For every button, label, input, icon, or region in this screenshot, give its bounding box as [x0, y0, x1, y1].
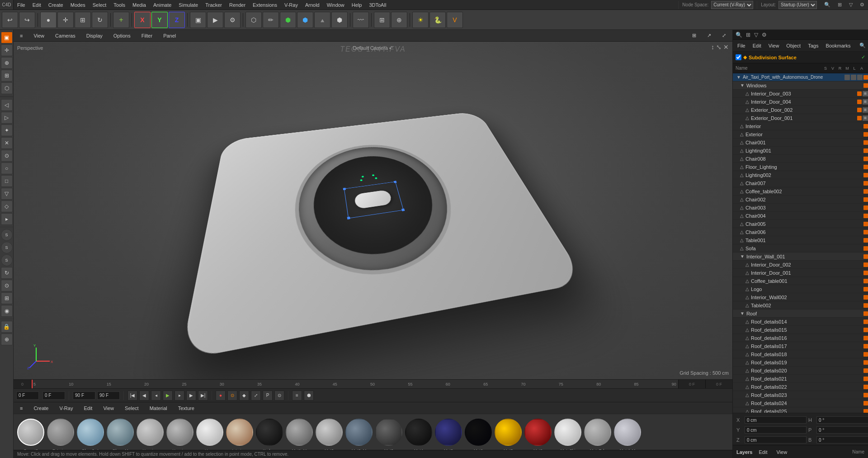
tool-10[interactable]: ○ — [1, 162, 13, 174]
viewport-icon-3[interactable]: ✕ — [723, 43, 729, 51]
record-btn[interactable]: ● — [216, 391, 226, 401]
scene-item-chair005[interactable]: △ Chair005 — [733, 220, 868, 228]
scene-menu-edit[interactable]: Edit — [750, 42, 764, 49]
maximize-icon[interactable]: ⤢ — [719, 32, 729, 39]
mat-matski[interactable]: Mat_Ski — [554, 419, 581, 446]
collapse-airtaxi[interactable]: ▼ — [736, 75, 741, 80]
spline-btn[interactable]: ✏ — [263, 12, 279, 28]
mat-interior[interactable]: Interior_ — [226, 419, 253, 446]
prev-key-btn[interactable]: ◂ — [151, 391, 161, 401]
scene-item-roof023[interactable]: △ Roof_details023 — [733, 391, 868, 399]
timeline-btn2[interactable]: ⊙ — [274, 391, 284, 401]
scene-item-roof022[interactable]: △ Roof_details022 — [733, 383, 868, 391]
scene-item-roof024[interactable]: △ Roof_details024 — [733, 399, 868, 407]
python-btn[interactable]: 🐍 — [429, 12, 446, 28]
subdiv-check-icon[interactable]: ✓ — [861, 54, 865, 60]
scene-item-logo[interactable]: △ Logo — [733, 285, 868, 293]
h-field[interactable] — [816, 416, 868, 424]
mat-menu-create[interactable]: Create — [31, 405, 51, 412]
live-select-btn[interactable]: ● — [40, 12, 57, 28]
tool-14[interactable]: ▸ — [1, 213, 13, 225]
scene-item-intwall001[interactable]: ▼ Interior_Wall_001 — [733, 253, 868, 261]
scene-item-coffeetable002[interactable]: △ Coffee_table002 — [733, 187, 868, 196]
scene-menu-view[interactable]: View — [766, 42, 782, 49]
move-btn[interactable]: ✛ — [57, 12, 74, 28]
mat-mat4[interactable]: Mat4 — [405, 419, 432, 446]
viewport-menu-options[interactable]: Options — [111, 32, 133, 39]
tool-2[interactable]: ⊞ — [1, 70, 13, 81]
scene-item-roof018[interactable]: △ Roof_details018 — [733, 350, 868, 358]
subdiv-checkbox[interactable] — [736, 54, 741, 60]
undo-btn[interactable]: ↩ — [2, 12, 18, 28]
mat-mat7[interactable]: Mat7 — [495, 419, 522, 446]
render-icon[interactable] — [851, 75, 856, 80]
menu-edit[interactable]: Edit — [29, 0, 45, 10]
hair-btn[interactable]: ⟁ — [314, 12, 330, 28]
mat-glass2a[interactable]: Glass2_A — [77, 419, 104, 446]
play-btn[interactable]: ▶ — [163, 391, 173, 401]
vis-icon[interactable] — [844, 75, 850, 80]
search-icon[interactable]: 🔍 — [821, 2, 834, 8]
b-field[interactable] — [816, 436, 868, 444]
layout-dropdown[interactable]: Startup (User) — [778, 1, 817, 9]
menu-vray[interactable]: V-Ray — [281, 0, 302, 10]
mat-glassm[interactable]: Glass_M — [107, 419, 134, 446]
menu-tools[interactable]: Tools — [110, 0, 129, 10]
mat-menu-view[interactable]: View — [100, 405, 117, 412]
tool-5[interactable]: ◁ — [1, 99, 13, 111]
scene-item-intdoor004[interactable]: △ Interior_Door_004 ⊞ — [733, 98, 868, 106]
vray-btn[interactable]: V — [447, 12, 463, 28]
viewport-menu-toggle[interactable]: ≡ — [17, 32, 25, 39]
scene-item-intdoor001[interactable]: △ Interior_Door_001 — [733, 269, 868, 277]
scene-item-chair004[interactable]: △ Chair004 — [733, 212, 868, 220]
scene-item-roof016[interactable]: △ Roof_details016 — [733, 334, 868, 342]
play-btn[interactable]: ▶ — [207, 12, 223, 28]
tool-15[interactable]: ↻ — [1, 267, 13, 279]
tool-9[interactable]: ⊙ — [1, 150, 13, 162]
scene-item-roof017[interactable]: △ Roof_details017 — [733, 342, 868, 350]
tool-s1[interactable]: S — [1, 229, 13, 241]
viewport-menu-panel[interactable]: Panel — [160, 32, 179, 39]
generator-btn[interactable]: ⬢ — [280, 12, 296, 28]
mat-housing1[interactable]: Housing — [137, 419, 164, 446]
scene-item-intdoor002[interactable]: △ Interior_Door_002 — [733, 261, 868, 269]
menu-help[interactable]: Help — [348, 0, 366, 10]
render-settings-btn[interactable]: ⚙ — [224, 12, 241, 28]
menu-window[interactable]: Window — [323, 0, 348, 10]
viewport-icon-1[interactable]: ↕ — [711, 43, 714, 51]
scene-item-lighting002[interactable]: △ Lighting002 — [733, 171, 868, 179]
viewport-menu-display[interactable]: Display — [84, 32, 105, 39]
timeline-track[interactable]: 5 10 15 20 25 30 35 40 45 50 55 60 65 70 — [32, 380, 678, 388]
tool-7[interactable]: ✦ — [1, 124, 13, 136]
scene-menu-bookmarks[interactable]: Bookmarks — [823, 42, 853, 49]
effector-btn[interactable]: ⬢ — [331, 12, 348, 28]
viewport-icon-2[interactable]: ⤡ — [716, 43, 722, 51]
menu-file[interactable]: File — [14, 0, 29, 10]
viewport[interactable]: TEOS 1X4T.FVA X Y Z Perspective Default … — [14, 42, 732, 379]
scene-item-floor-lighting[interactable]: △ Floor_Lighting — [733, 163, 868, 171]
mat-menu-toggle[interactable]: ≡ — [17, 405, 25, 412]
tool-12[interactable]: ▽ — [1, 188, 13, 200]
tool-1[interactable]: ⊕ — [1, 57, 13, 69]
search-icon-right[interactable]: 🔍 — [736, 32, 742, 38]
tool-19[interactable]: ⊕ — [1, 334, 13, 345]
lock-icon[interactable] — [857, 75, 863, 80]
mat-carpet2[interactable]: Carpet2 — [17, 419, 44, 446]
scene-item-airtaxi[interactable]: ▼ Air_Taxi_Port_with_Autonomous_Drone — [733, 73, 868, 81]
tool-model[interactable]: ▣ — [1, 32, 13, 43]
mat-menu-texture[interactable]: Texture — [175, 405, 197, 412]
x-field[interactable] — [745, 416, 807, 424]
scene-item-interior[interactable]: △ Interior — [733, 122, 868, 130]
scene-item-exterior[interactable]: △ Exterior — [733, 130, 868, 138]
mat-mat1m[interactable]: Mat1_M — [286, 419, 313, 446]
skip-end-btn[interactable]: ▶| — [198, 391, 208, 401]
viewport-menu-filter[interactable]: Filter — [139, 32, 155, 39]
add-btn[interactable]: + — [113, 12, 129, 28]
mat-mat8[interactable]: Mat8 — [524, 419, 552, 446]
mat-metalm[interactable]: Metal_M — [614, 419, 641, 446]
mat-karbon[interactable]: Karbon — [256, 419, 283, 446]
next-key-btn[interactable]: ▸ — [175, 391, 184, 401]
tool-16[interactable]: ⊙ — [1, 280, 13, 291]
mat-menu-select[interactable]: Select — [122, 405, 142, 412]
redo-btn[interactable]: ↪ — [19, 12, 35, 28]
